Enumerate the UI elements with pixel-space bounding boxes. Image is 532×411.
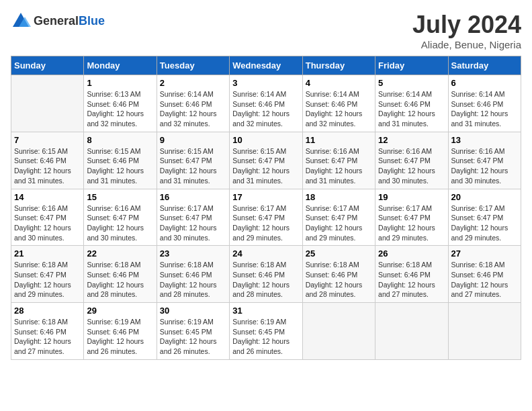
calendar-cell: 22Sunrise: 6:18 AMSunset: 6:46 PMDayligh… xyxy=(84,246,157,303)
day-number: 7 xyxy=(14,135,81,145)
day-info: Sunrise: 6:15 AMSunset: 6:46 PMDaylight:… xyxy=(14,146,81,186)
calendar-body: 1Sunrise: 6:13 AMSunset: 6:46 PMDaylight… xyxy=(11,75,521,360)
day-number: 28 xyxy=(14,306,81,316)
calendar-week-row: 7Sunrise: 6:15 AMSunset: 6:46 PMDaylight… xyxy=(11,132,521,189)
calendar-cell: 16Sunrise: 6:17 AMSunset: 6:47 PMDayligh… xyxy=(157,189,229,246)
day-info: Sunrise: 6:14 AMSunset: 6:46 PMDaylight:… xyxy=(306,89,372,129)
calendar-week-row: 1Sunrise: 6:13 AMSunset: 6:46 PMDaylight… xyxy=(11,75,521,132)
day-number: 6 xyxy=(451,78,518,88)
day-info: Sunrise: 6:16 AMSunset: 6:47 PMDaylight:… xyxy=(14,203,81,243)
calendar-cell: 18Sunrise: 6:17 AMSunset: 6:47 PMDayligh… xyxy=(302,189,375,246)
day-number: 3 xyxy=(232,78,299,88)
logo-general: General xyxy=(34,14,79,28)
day-info: Sunrise: 6:17 AMSunset: 6:47 PMDaylight:… xyxy=(451,203,518,243)
day-number: 29 xyxy=(87,306,153,316)
calendar-cell: 3Sunrise: 6:14 AMSunset: 6:46 PMDaylight… xyxy=(230,75,302,132)
calendar-cell: 9Sunrise: 6:15 AMSunset: 6:47 PMDaylight… xyxy=(157,132,229,189)
calendar-cell xyxy=(11,75,84,132)
day-info: Sunrise: 6:18 AMSunset: 6:46 PMDaylight:… xyxy=(306,260,372,300)
day-info: Sunrise: 6:16 AMSunset: 6:47 PMDaylight:… xyxy=(378,146,445,186)
weekday-header: Thursday xyxy=(302,56,375,75)
day-number: 13 xyxy=(451,135,518,145)
weekday-header: Monday xyxy=(84,56,157,75)
day-info: Sunrise: 6:15 AMSunset: 6:47 PMDaylight:… xyxy=(160,146,226,186)
calendar-cell: 7Sunrise: 6:15 AMSunset: 6:46 PMDaylight… xyxy=(11,132,84,189)
day-number: 10 xyxy=(232,135,299,145)
calendar-cell: 20Sunrise: 6:17 AMSunset: 6:47 PMDayligh… xyxy=(448,189,521,246)
logo-icon xyxy=(11,11,31,31)
day-info: Sunrise: 6:18 AMSunset: 6:47 PMDaylight:… xyxy=(14,260,81,300)
calendar-cell: 14Sunrise: 6:16 AMSunset: 6:47 PMDayligh… xyxy=(11,189,84,246)
day-info: Sunrise: 6:15 AMSunset: 6:46 PMDaylight:… xyxy=(87,146,153,186)
day-info: Sunrise: 6:16 AMSunset: 6:47 PMDaylight:… xyxy=(306,146,372,186)
calendar-cell: 17Sunrise: 6:17 AMSunset: 6:47 PMDayligh… xyxy=(230,189,302,246)
day-info: Sunrise: 6:14 AMSunset: 6:46 PMDaylight:… xyxy=(378,89,445,129)
day-number: 11 xyxy=(306,135,372,145)
day-number: 15 xyxy=(87,192,153,202)
calendar-week-row: 28Sunrise: 6:18 AMSunset: 6:46 PMDayligh… xyxy=(11,303,521,360)
day-info: Sunrise: 6:19 AMSunset: 6:45 PMDaylight:… xyxy=(160,317,226,357)
calendar-week-row: 21Sunrise: 6:18 AMSunset: 6:47 PMDayligh… xyxy=(11,246,521,303)
calendar-cell xyxy=(375,303,448,360)
calendar-header: SundayMondayTuesdayWednesdayThursdayFrid… xyxy=(11,56,521,75)
calendar-cell xyxy=(448,303,521,360)
calendar-cell: 10Sunrise: 6:15 AMSunset: 6:47 PMDayligh… xyxy=(230,132,302,189)
day-info: Sunrise: 6:18 AMSunset: 6:46 PMDaylight:… xyxy=(451,260,518,300)
day-number: 8 xyxy=(87,135,153,145)
day-info: Sunrise: 6:18 AMSunset: 6:46 PMDaylight:… xyxy=(87,260,153,300)
day-number: 14 xyxy=(14,192,81,202)
calendar-cell: 19Sunrise: 6:17 AMSunset: 6:47 PMDayligh… xyxy=(375,189,448,246)
location-title: Aliade, Benue, Nigeria xyxy=(412,39,521,50)
day-number: 1 xyxy=(87,78,153,88)
calendar-cell: 28Sunrise: 6:18 AMSunset: 6:46 PMDayligh… xyxy=(11,303,84,360)
day-number: 20 xyxy=(451,192,518,202)
day-info: Sunrise: 6:18 AMSunset: 6:46 PMDaylight:… xyxy=(378,260,445,300)
day-number: 17 xyxy=(232,192,299,202)
day-number: 25 xyxy=(306,248,372,259)
calendar-cell: 26Sunrise: 6:18 AMSunset: 6:46 PMDayligh… xyxy=(375,246,448,303)
header-row: SundayMondayTuesdayWednesdayThursdayFrid… xyxy=(11,56,521,75)
logo-blue: Blue xyxy=(79,14,105,28)
day-info: Sunrise: 6:18 AMSunset: 6:46 PMDaylight:… xyxy=(160,260,226,300)
weekday-header: Saturday xyxy=(448,56,521,75)
calendar-cell: 15Sunrise: 6:16 AMSunset: 6:47 PMDayligh… xyxy=(84,189,157,246)
calendar-cell: 8Sunrise: 6:15 AMSunset: 6:46 PMDaylight… xyxy=(84,132,157,189)
calendar-cell: 6Sunrise: 6:14 AMSunset: 6:46 PMDaylight… xyxy=(448,75,521,132)
calendar-cell: 23Sunrise: 6:18 AMSunset: 6:46 PMDayligh… xyxy=(157,246,229,303)
day-number: 22 xyxy=(87,248,153,259)
day-info: Sunrise: 6:16 AMSunset: 6:47 PMDaylight:… xyxy=(451,146,518,186)
month-title: July 2024 xyxy=(412,11,521,39)
day-info: Sunrise: 6:14 AMSunset: 6:46 PMDaylight:… xyxy=(232,89,299,129)
day-info: Sunrise: 6:17 AMSunset: 6:47 PMDaylight:… xyxy=(160,203,226,243)
day-info: Sunrise: 6:13 AMSunset: 6:46 PMDaylight:… xyxy=(87,89,153,129)
day-info: Sunrise: 6:17 AMSunset: 6:47 PMDaylight:… xyxy=(232,203,299,243)
day-info: Sunrise: 6:18 AMSunset: 6:46 PMDaylight:… xyxy=(14,317,81,357)
calendar-cell: 12Sunrise: 6:16 AMSunset: 6:47 PMDayligh… xyxy=(375,132,448,189)
day-number: 16 xyxy=(160,192,226,202)
day-info: Sunrise: 6:19 AMSunset: 6:46 PMDaylight:… xyxy=(87,317,153,357)
calendar-cell: 13Sunrise: 6:16 AMSunset: 6:47 PMDayligh… xyxy=(448,132,521,189)
calendar-week-row: 14Sunrise: 6:16 AMSunset: 6:47 PMDayligh… xyxy=(11,189,521,246)
day-number: 21 xyxy=(14,248,81,259)
calendar-cell: 27Sunrise: 6:18 AMSunset: 6:46 PMDayligh… xyxy=(448,246,521,303)
weekday-header: Friday xyxy=(375,56,448,75)
calendar-cell: 29Sunrise: 6:19 AMSunset: 6:46 PMDayligh… xyxy=(84,303,157,360)
day-number: 2 xyxy=(160,78,226,88)
day-number: 27 xyxy=(451,248,518,259)
calendar-cell: 24Sunrise: 6:18 AMSunset: 6:46 PMDayligh… xyxy=(230,246,302,303)
day-number: 31 xyxy=(232,306,299,316)
day-info: Sunrise: 6:16 AMSunset: 6:47 PMDaylight:… xyxy=(87,203,153,243)
day-number: 9 xyxy=(160,135,226,145)
calendar-cell: 31Sunrise: 6:19 AMSunset: 6:45 PMDayligh… xyxy=(230,303,302,360)
calendar-cell: 30Sunrise: 6:19 AMSunset: 6:45 PMDayligh… xyxy=(157,303,229,360)
day-info: Sunrise: 6:14 AMSunset: 6:46 PMDaylight:… xyxy=(451,89,518,129)
day-info: Sunrise: 6:14 AMSunset: 6:46 PMDaylight:… xyxy=(160,89,226,129)
weekday-header: Sunday xyxy=(11,56,84,75)
logo-text: GeneralBlue xyxy=(34,14,105,28)
day-info: Sunrise: 6:15 AMSunset: 6:47 PMDaylight:… xyxy=(232,146,299,186)
logo: GeneralBlue xyxy=(11,11,105,31)
day-number: 12 xyxy=(378,135,445,145)
day-number: 24 xyxy=(232,248,299,259)
day-number: 4 xyxy=(306,78,372,88)
day-number: 19 xyxy=(378,192,445,202)
